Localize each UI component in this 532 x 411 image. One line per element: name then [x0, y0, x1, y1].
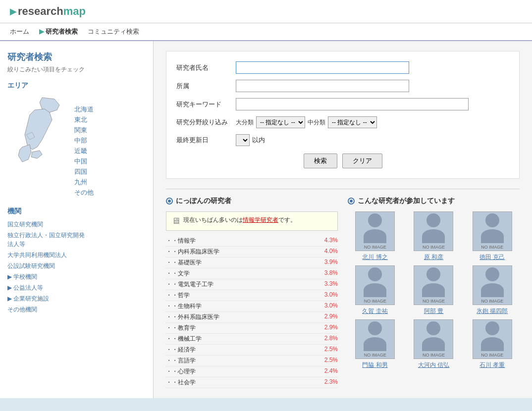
search-button[interactable]: 検索 — [304, 154, 337, 168]
region-chugoku[interactable]: 中国 — [74, 157, 94, 166]
keyword-label: 研究キーワード — [176, 100, 236, 109]
button-row: 検索 クリア — [176, 154, 509, 168]
tooltip-box: 🖥 現在いちばん多いのは情報学研究者です。 — [166, 211, 338, 231]
region-tohoku[interactable]: 東北 — [74, 115, 94, 124]
inst-school[interactable]: ▶学校機関 — [7, 272, 146, 281]
mid-category-select[interactable]: -- 指定なし -- — [328, 116, 377, 128]
region-kyushu[interactable]: 九州 — [74, 178, 94, 187]
avatar-head — [426, 213, 440, 227]
inst-independent-admin[interactable]: 独立行政法人・国立研究開発法人等 — [7, 231, 146, 249]
region-hokkaido[interactable]: 北海道 — [74, 105, 94, 114]
inst-public-interest[interactable]: ▶公益法人等 — [7, 283, 146, 292]
researcher-card: NO IMAGE 久賀 圭祐 — [348, 265, 402, 315]
date-label: 最終更新日 — [176, 136, 236, 145]
researcher-card: NO IMAGE 大河内 信弘 — [406, 319, 461, 369]
researcher-name[interactable]: 原 和彦 — [424, 253, 443, 261]
no-image-label: NO IMAGE — [423, 299, 445, 304]
stats-item-name: ・言語学 — [166, 357, 196, 365]
radio-icon-right — [348, 198, 355, 205]
nav: ホーム ▶研究者検索 コミュニティ検索 — [0, 23, 532, 41]
affiliation-input[interactable] — [236, 80, 409, 92]
sidebar-subtitle: 絞りこみたい項目をチェック — [7, 65, 146, 74]
affiliation-row: 所属 — [176, 80, 509, 92]
affiliation-label: 所属 — [176, 82, 236, 91]
main-layout: 研究者検索 絞りこみたい項目をチェック エリア 北海道 東北 関東 中 — [0, 41, 532, 398]
stats-item-name: ・文学 — [166, 269, 190, 278]
avatar-head — [485, 267, 499, 281]
researcher-name[interactable]: 門脇 和男 — [362, 361, 387, 369]
researcher-avatar: NO IMAGE — [473, 319, 512, 359]
inst-joint-use[interactable]: 大学共同利用機関法人 — [7, 251, 146, 259]
researcher-card: NO IMAGE 門脇 和男 — [348, 319, 402, 369]
avatar-head — [426, 321, 440, 335]
left-panel-title: にっぽんの研究者 — [166, 197, 338, 206]
sidebar: 研究者検索 絞りこみたい項目をチェック エリア 北海道 東北 関東 中 — [0, 41, 154, 398]
institutions-title: 機関 — [7, 207, 146, 216]
date-controls: 以内 — [236, 134, 265, 146]
stats-item-pct: 2.5% — [324, 357, 338, 365]
region-kanto[interactable]: 関東 — [74, 126, 94, 135]
nav-home[interactable]: ホーム — [10, 27, 29, 36]
region-other[interactable]: その他 — [74, 188, 94, 197]
no-image-label: NO IMAGE — [481, 353, 503, 358]
region-list: 北海道 東北 関東 中部 近畿 中国 四国 九州 その他 — [74, 95, 94, 197]
stats-item: ・社会学2.3% — [166, 377, 338, 388]
nav-researcher-search[interactable]: ▶研究者検索 — [39, 27, 78, 36]
no-image-label: NO IMAGE — [481, 245, 503, 250]
name-row: 研究者氏名 — [176, 61, 509, 74]
clear-button[interactable]: クリア — [342, 154, 382, 168]
researcher-name[interactable]: 大河内 信弘 — [418, 361, 449, 369]
researcher-card: NO IMAGE 阿部 豊 — [406, 265, 461, 315]
avatar-head — [426, 267, 440, 281]
stats-item: ・経済学2.5% — [166, 345, 338, 356]
region-chubu[interactable]: 中部 — [74, 136, 94, 145]
tooltip-icon: 🖥 — [171, 216, 180, 226]
date-select[interactable] — [236, 134, 250, 146]
inst-other[interactable]: その他機関 — [7, 305, 146, 314]
stats-item-name: ・社会学 — [166, 378, 196, 387]
japan-map — [7, 95, 72, 174]
major-category-select[interactable]: -- 指定なし -- — [256, 116, 305, 128]
no-image-label: NO IMAGE — [364, 245, 386, 250]
researcher-name[interactable]: 北川 博之 — [362, 253, 387, 261]
avatar-head — [368, 321, 382, 335]
inst-corporate-research[interactable]: ▶企業研究施設 — [7, 294, 146, 303]
stats-item-pct: 2.3% — [324, 378, 338, 387]
researcher-avatar: NO IMAGE — [414, 211, 453, 251]
search-form: 研究者氏名 所属 研究キーワード 研究分野絞り込み 大分類 -- 指定なし --… — [166, 51, 520, 179]
researcher-name[interactable]: 久賀 圭祐 — [362, 307, 387, 315]
map-container: 北海道 東北 関東 中部 近畿 中国 四国 九州 その他 — [7, 95, 146, 197]
left-panel: にっぽんの研究者 🖥 現在いちばん多いのは情報学研究者です。 ・情報学4.3%・… — [166, 197, 338, 388]
keyword-input[interactable] — [236, 98, 469, 110]
stats-item-pct: 2.4% — [324, 367, 338, 376]
researcher-avatar: NO IMAGE — [355, 265, 395, 305]
avatar-head — [485, 213, 499, 227]
researcher-name[interactable]: 石川 孝重 — [479, 361, 505, 369]
radio-icon — [166, 198, 173, 205]
inst-national-research[interactable]: 国立研究機関 — [7, 220, 146, 229]
inst-public-test[interactable]: 公設試験研究機関 — [7, 261, 146, 270]
nav-community-search[interactable]: コミュニティ検索 — [88, 27, 139, 36]
stats-item-pct: 3.3% — [324, 280, 338, 289]
name-input[interactable] — [236, 61, 409, 74]
region-shikoku[interactable]: 四国 — [74, 167, 94, 176]
region-kinki[interactable]: 近畿 — [74, 147, 94, 155]
field-selects: 大分類 -- 指定なし -- 中分類 -- 指定なし -- — [236, 116, 377, 128]
researcher-name[interactable]: 徳田 克己 — [479, 253, 505, 261]
stats-item: ・教育学2.9% — [166, 323, 338, 334]
tooltip-highlight-link[interactable]: 情報学研究者 — [243, 216, 278, 223]
researcher-name[interactable]: 阿部 豊 — [424, 307, 443, 315]
researcher-card: NO IMAGE 氷鉋 揚四郎 — [465, 265, 520, 315]
stats-item-pct: 2.5% — [324, 346, 338, 354]
logo-arrow: ▶ — [10, 6, 17, 17]
stats-item-pct: 3.9% — [324, 258, 338, 267]
sidebar-title: 研究者検索 — [7, 51, 146, 63]
avatar-head — [485, 321, 499, 335]
avatar-body — [481, 337, 504, 351]
avatar-body — [364, 337, 386, 351]
major-category-label: 大分類 — [236, 118, 254, 127]
no-image-label: NO IMAGE — [423, 353, 445, 358]
stats-item-name: ・生物科学 — [166, 302, 202, 310]
field-label: 研究分野絞り込み — [176, 118, 236, 127]
researcher-name[interactable]: 氷鉋 揚四郎 — [477, 307, 508, 315]
